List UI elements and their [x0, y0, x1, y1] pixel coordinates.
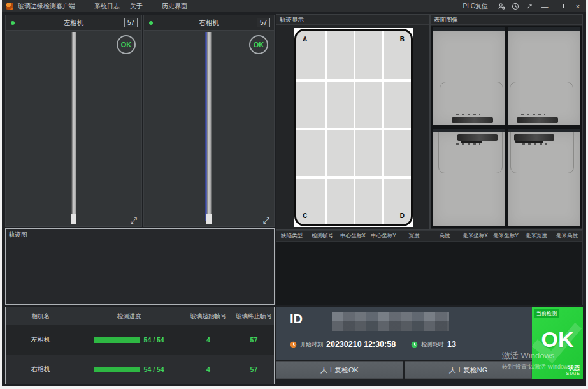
- right-camera-panel: 右相机 57 OK ⤢: [143, 15, 275, 227]
- col-mm-width: 毫米宽度: [521, 232, 552, 240]
- table-row[interactable]: 左相机 54 / 54 4 57: [6, 325, 274, 355]
- left-camera-frame-count: 57: [124, 18, 138, 27]
- corner-label-b: B: [400, 36, 405, 43]
- corner-label-c: C: [303, 212, 307, 219]
- start-time-label: 开始时刻: [300, 341, 323, 349]
- minimize-button[interactable]: —: [536, 0, 553, 12]
- watermark-line1: 激活 Windows: [502, 350, 586, 362]
- elapsed-time-row: 检测耗时 13: [411, 340, 456, 349]
- col-mm-y: 毫米坐标Y: [491, 232, 521, 240]
- trajectory-map-panel: 轨迹图: [5, 228, 275, 305]
- end-frame-value: 57: [234, 336, 274, 344]
- glass-edge-tip: [206, 214, 212, 224]
- restore-icon: [559, 4, 564, 8]
- progress-text: 54 / 54: [144, 336, 164, 344]
- surface-image-quadrant[interactable]: [508, 27, 580, 125]
- col-start-frame: 玻璃起始帧号: [183, 312, 234, 321]
- menu-system-log[interactable]: 系统日志: [89, 2, 125, 11]
- elapsed-value: 13: [447, 340, 456, 349]
- glass-edge-strip-blue: [207, 32, 212, 221]
- app-logo-icon: [6, 3, 13, 10]
- restore-button[interactable]: [553, 0, 570, 12]
- col-mm-x: 毫米坐标X: [460, 232, 491, 240]
- start-frame-value: 4: [183, 336, 234, 344]
- corner-label-d: D: [400, 212, 405, 219]
- end-frame-value: 57: [234, 365, 274, 373]
- progress-cell: 54 / 54: [75, 336, 182, 344]
- trajectory-map-title: 轨迹图: [6, 229, 274, 240]
- table-row[interactable]: 右相机 54 / 54 4 57: [6, 355, 274, 384]
- titlebar: 玻璃边缘检测客户端 系统日志 关于 历史界面 PLC复位 —: [2, 0, 586, 12]
- recheck-button-row: 人工复检OK 人工复检NG: [276, 361, 532, 379]
- start-clock-icon: [290, 341, 297, 348]
- history-clock-icon[interactable]: [508, 0, 522, 12]
- watermark-line2: 转到“设置”以激活 Windows。: [502, 363, 586, 371]
- app-window: 玻璃边缘检测客户端 系统日志 关于 历史界面 PLC复位 —: [2, 0, 586, 386]
- trajectory-display-panel: 轨迹显示 A B C D: [276, 14, 430, 230]
- right-camera-title: 右相机: [199, 18, 219, 27]
- defect-table: 缺陷类型 检测帧号 中心坐标X 中心坐标Y 宽度 高度 毫米坐标X 毫米坐标Y …: [276, 230, 583, 305]
- corner-label-a: A: [303, 36, 307, 43]
- elapsed-label: 检测耗时: [421, 341, 444, 349]
- col-center-x: 中心坐标X: [338, 232, 368, 240]
- scale-arrow-icon[interactable]: [522, 0, 536, 12]
- left-camera-title: 左相机: [64, 18, 84, 27]
- surface-image-quadrant[interactable]: [433, 129, 505, 226]
- result-info-box: ID 开始时刻 20230210 12:30:58 检测耗时 13: [276, 307, 532, 360]
- manual-recheck-ok-button[interactable]: 人工复检OK: [276, 361, 403, 379]
- glass-edge-strip: [71, 32, 76, 221]
- expand-icon[interactable]: ⤢: [263, 216, 269, 224]
- windows-activation-watermark: 激活 Windows 转到“设置”以激活 Windows。: [502, 350, 586, 371]
- camera-table-header: 相机名 检测进度 玻璃起始帧号 玻璃终止帧号: [6, 307, 274, 325]
- col-end-frame: 玻璃终止帧号: [234, 312, 274, 321]
- camera-progress-table: 相机名 检测进度 玻璃起始帧号 玻璃终止帧号 左相机 54 / 54 4 57 …: [5, 307, 275, 384]
- defect-table-header: 缺陷类型 检测帧号 中心坐标X 中心坐标Y 宽度 高度 毫米坐标X 毫米坐标Y …: [276, 231, 582, 242]
- camera-name: 右相机: [6, 365, 75, 374]
- id-value-redacted: [332, 312, 449, 331]
- camera-online-dot: [149, 21, 153, 25]
- col-detect-frame: 检测帧号: [307, 232, 338, 240]
- col-progress: 检测进度: [75, 312, 182, 321]
- result-value: OK: [532, 327, 583, 352]
- plc-reset-button[interactable]: PLC复位: [457, 2, 494, 11]
- surface-image-quadrant[interactable]: [433, 27, 505, 125]
- state-label-en: STATE: [566, 371, 580, 376]
- col-height: 高度: [429, 232, 460, 240]
- surface-image-quadrant[interactable]: [508, 129, 580, 226]
- camera-name: 左相机: [6, 335, 75, 344]
- right-camera-frame-count: 57: [257, 18, 270, 27]
- menu-history[interactable]: 历史界面: [157, 2, 192, 11]
- progress-text: 54 / 54: [144, 365, 164, 373]
- left-camera-header: 左相机 57: [6, 15, 141, 31]
- glass-outline-shape: A B C D: [294, 29, 413, 226]
- screenshot-stage: 玻璃边缘检测客户端 系统日志 关于 历史界面 PLC复位 —: [0, 0, 588, 389]
- menu-about[interactable]: 关于: [125, 2, 148, 11]
- col-center-y: 中心坐标Y: [368, 232, 399, 240]
- progress-bar: [94, 337, 140, 343]
- app-title: 玻璃边缘检测客户端: [18, 2, 75, 11]
- surface-image-panel: 表面图像: [430, 14, 583, 230]
- left-camera-view[interactable]: OK ⤢: [6, 31, 141, 226]
- elapsed-clock-icon: [411, 341, 418, 348]
- col-width: 宽度: [399, 232, 429, 240]
- right-camera-status-badge: OK: [249, 35, 268, 54]
- col-mm-height: 毫米高度: [552, 232, 582, 240]
- right-camera-header: 右相机 57: [144, 15, 274, 31]
- start-time-row: 开始时刻 20230210 12:30:58: [290, 340, 396, 349]
- id-label: ID: [290, 312, 303, 327]
- glass-edge-tip: [71, 214, 76, 224]
- left-camera-status-badge: OK: [117, 35, 136, 54]
- right-camera-view[interactable]: OK ⤢: [144, 31, 274, 226]
- progress-cell: 54 / 54: [75, 365, 182, 373]
- start-time-value: 20230210 12:30:58: [326, 340, 396, 349]
- camera-online-dot: [11, 21, 15, 25]
- start-frame-value: 4: [183, 365, 234, 373]
- progress-bar: [94, 367, 140, 372]
- trajectory-canvas: A B C D: [294, 28, 413, 227]
- user-settings-icon[interactable]: [494, 0, 508, 12]
- expand-icon[interactable]: ⤢: [131, 216, 137, 224]
- close-button[interactable]: ×: [570, 0, 586, 12]
- current-detection-label: 当前检测: [534, 309, 559, 318]
- surface-panel-title: 表面图像: [431, 15, 582, 25]
- trajectory-display-title: 轨迹显示: [276, 15, 429, 25]
